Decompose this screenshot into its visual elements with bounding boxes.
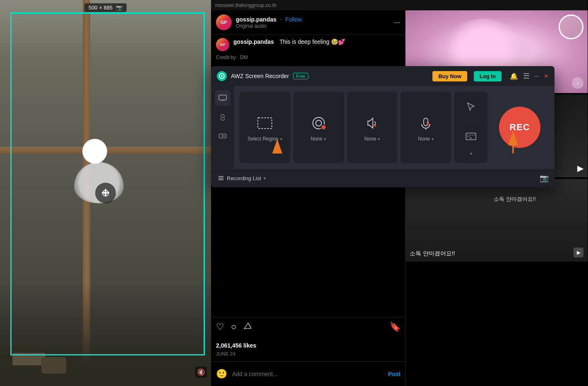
comment-icon[interactable]: ○	[231, 322, 236, 332]
caption-avatar: GP	[216, 38, 229, 51]
cursor-control-icon[interactable]	[463, 99, 478, 114]
buy-now-button[interactable]: Buy Now	[432, 71, 467, 81]
share-icon[interactable]: ◁	[241, 320, 252, 333]
heart-icon[interactable]: ♡	[216, 322, 224, 332]
post-header: GP gossip.pandas · Follow Original audio…	[211, 10, 405, 34]
related-icon[interactable]: ▶	[574, 248, 583, 257]
screenshot-button[interactable]: 📷	[540, 174, 549, 183]
post-actions: ♡ ○ ◁ 🔖	[211, 317, 406, 336]
menu-icon[interactable]: ☰	[523, 71, 530, 81]
awz-titlebar: AWZ Screen Recorder Free Buy Now Log In …	[211, 66, 554, 86]
region-label-row[interactable]: Select Region ▾	[247, 136, 282, 142]
webcam-dropdown-arrow[interactable]: ▾	[324, 137, 326, 141]
post-avatar: GP	[216, 14, 232, 30]
awz-footer: Recording List ▾ 📷	[211, 169, 554, 187]
close-button[interactable]: ✕	[544, 73, 549, 79]
bookmark-icon[interactable]: 🔖	[389, 322, 401, 332]
mic-label: None	[418, 136, 430, 142]
region-control[interactable]: Select Region ▾	[240, 92, 290, 163]
email-bar: moozeei.thelonggroup.co.th	[211, 0, 588, 10]
region-label: Select Region	[247, 136, 278, 142]
speaker-control[interactable]: None ▾	[347, 92, 398, 163]
svg-point-10	[224, 135, 225, 136]
camera-badge-icon: 📷	[116, 5, 122, 11]
webcam-icon	[308, 113, 329, 133]
likes-count: 2,061,456 likes	[216, 342, 256, 349]
awz-sidebar	[211, 86, 234, 169]
awz-recorder-window: AWZ Screen Recorder Free Buy Now Log In …	[211, 66, 554, 187]
mute-icon[interactable]: 🔇	[195, 367, 207, 378]
svg-point-11	[224, 136, 225, 137]
region-icon	[254, 113, 275, 133]
caption-content: gossip.pandas This is deep feeling 🥹💕	[233, 38, 345, 45]
mic-dropdown-arrow[interactable]: ▾	[432, 137, 434, 141]
recording-list-label: Recording List	[227, 175, 261, 181]
comment-input[interactable]	[232, 371, 383, 377]
audio-label: Original audio	[236, 23, 302, 29]
speaker-dropdown-arrow[interactable]: ▾	[378, 137, 380, 141]
more-options[interactable]: ···	[394, 18, 400, 27]
caption-username[interactable]: gossip.pandas	[233, 38, 274, 45]
awz-body: Select Region ▾ None ▾	[211, 86, 554, 169]
move-cursor[interactable]: ⊕	[95, 183, 116, 203]
divider	[460, 121, 482, 122]
sidebar-audio-icon[interactable]	[215, 109, 230, 125]
korean-caption: 소독 얀마겠어요!!	[410, 250, 455, 257]
post-comment-button[interactable]: Post	[388, 371, 401, 377]
post-user-info: gossip.pandas · Follow Original audio	[236, 16, 302, 29]
thumb-avatar-1	[559, 14, 583, 39]
svg-point-14	[316, 120, 322, 126]
credit-text: Credit by · DM	[211, 55, 405, 64]
post-date: JUNE 24	[216, 351, 236, 356]
add-comment-bar: 🙂 Post	[211, 361, 406, 386]
rec-button[interactable]: REC	[499, 107, 540, 148]
webcam-control[interactable]: None ▾	[293, 92, 344, 163]
svg-rect-29	[470, 138, 472, 138]
region-dropdown-arrow[interactable]: ▾	[280, 137, 282, 141]
keyboard-control-icon[interactable]	[463, 129, 478, 144]
log-in-button[interactable]: Log In	[474, 71, 502, 81]
awz-logo	[217, 71, 227, 81]
post-caption-row: GP gossip.pandas This is deep feeling 🥹💕	[211, 34, 405, 55]
dimension-text: 500 × 885	[89, 5, 113, 11]
svg-rect-2	[219, 95, 226, 100]
recording-list-button[interactable]: Recording List ▾	[214, 173, 269, 183]
instagram-panel: moozeei.thelonggroup.co.th GP gossip.pan…	[211, 0, 588, 386]
sidebar-game-icon[interactable]	[215, 128, 230, 144]
speaker-icon	[362, 113, 382, 133]
recording-list-dropdown-arrow[interactable]: ▾	[264, 176, 266, 181]
mic-control[interactable]: None ▾	[401, 92, 451, 163]
more-options-arrow[interactable]: ▾	[470, 151, 472, 156]
bell-icon[interactable]: 🔔	[510, 72, 518, 80]
webcam-label: None	[311, 136, 323, 142]
titlebar-icons: 🔔 ☰ ─ ✕	[510, 71, 549, 81]
dimension-badge: 500 × 885 📷	[84, 3, 127, 12]
webcam-label-row[interactable]: None ▾	[311, 136, 326, 142]
awz-app-title: AWZ Screen Recorder	[231, 73, 289, 79]
speaker-label-row[interactable]: None ▾	[365, 136, 380, 142]
webcam-off-dot	[321, 124, 326, 130]
email-text: moozeei.thelonggroup.co.th	[215, 2, 276, 8]
svg-rect-21	[466, 133, 476, 140]
caption-text: This is deep feeling 🥹💕	[279, 38, 345, 45]
awz-free-badge: Free	[293, 73, 308, 79]
svg-point-1	[221, 75, 223, 77]
minimize-button[interactable]: ─	[535, 73, 539, 79]
video-capture-area: ⊕ 🔇	[0, 0, 211, 386]
next-icon[interactable]: ›	[572, 77, 583, 89]
awz-controls: Select Region ▾ None ▾	[234, 86, 554, 169]
emoji-button[interactable]: 🙂	[216, 369, 227, 379]
post-username[interactable]: gossip.pandas	[236, 16, 276, 23]
mic-label-row[interactable]: None ▾	[418, 136, 434, 142]
speaker-label: None	[365, 136, 377, 142]
svg-rect-12	[258, 118, 272, 129]
svg-point-5	[221, 114, 224, 118]
sidebar-screen-icon[interactable]	[215, 90, 230, 106]
mouse-keyboard-panel: ▾	[454, 92, 487, 163]
mic-icon	[415, 113, 436, 133]
follow-button[interactable]: Follow	[285, 16, 302, 23]
related-thumb-3[interactable]: 소독 얀마겠어요!! 소독 얀마겠어요!! ▶	[406, 179, 588, 262]
play-icon[interactable]: ▶	[577, 163, 583, 173]
